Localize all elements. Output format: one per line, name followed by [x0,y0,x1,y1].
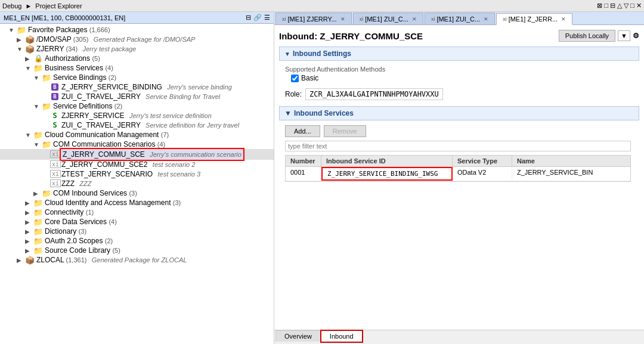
cell-service-type: OData V2 [453,167,512,181]
right-panel: xi [ME1] ZJERRY...✕xi [ME1] ZUI_C...✕xi … [274,12,644,344]
tree-item-zjerry-service[interactable]: SZJERRY_SERVICE Jerry's test service def… [0,111,274,120]
tree-sublabel: Service definition for Jerry travel [145,122,239,129]
workspace-label: ME1_EN [ME1, 100, CB0000000131, EN] [4,14,125,21]
tab-tab4[interactable]: xi [ME1] Z_JERR...✕ [496,13,572,25]
tab-label-tab2: [ME1] ZUI_C... [365,16,408,23]
tree-item-zjerry[interactable]: ▼📦ZJERRY (34) Jerry test package [0,44,274,54]
project-explorer-label[interactable]: Project Explorer [35,2,82,10]
tree-item-service-bindings[interactable]: ▼📁Service Bindings (2) [0,73,274,82]
cell-number: 0001 [286,167,321,181]
tree-item-com-inbound-services[interactable]: ▶📁COM Inbound Services (3) [0,188,274,198]
link-icon[interactable]: 🔗 [253,14,262,21]
tree-item-service-definitions[interactable]: ▼📁Service Definitions (2) [0,101,274,111]
tree-icon: S [50,121,60,129]
tree-label-wrapper: OAuth 2.0 Scopes (2) [45,237,113,245]
tab-tab3[interactable]: xi [ME1] ZUI_C...✕ [425,13,495,24]
tree-count: (1,666) [89,26,110,33]
tree-item-favorite-packages[interactable]: ▼📁Favorite Packages (1,666) [0,25,274,35]
dropdown-icon[interactable]: ▼ [618,30,630,41]
tree-item-z-jerry-service-binding[interactable]: BZ_JERRY_SERVICE_BINDING Jerry's service… [0,82,274,92]
tree-label-wrapper: Service Definitions (2) [53,102,122,110]
tree-item-ztest-jerry-scenario[interactable]: xiZTEST_JERRY_SCENARIO test scenario 3 [0,169,274,179]
tree-item-zui-c-travel-jerry[interactable]: BZUI_C_TRAVEL_JERRY Service Binding for … [0,92,274,101]
tab-close-tab2[interactable]: ✕ [412,16,417,22]
tree-item-source-code-library[interactable]: ▶📁Source Code Library (5) [0,246,274,255]
top-bar: Debug ► Project Explorer ⊠ □ ⊟ △ ▽ □ ✕ [0,0,644,12]
tree-item-com-comm-scenarios[interactable]: ▼📁COM Communication Scenarios (4) [0,140,274,149]
arrow-icon: ▼ [17,46,25,52]
tree-count: (5) [92,55,100,62]
tree-icon: 🔒 [33,54,43,63]
basic-label: Basic [301,74,318,82]
filter-input[interactable] [285,141,631,151]
tree-count: (3) [173,199,181,206]
tree-item-business-services[interactable]: ▼📁Business Services (4) [0,63,274,73]
tab-label-tab4: [ME1] Z_JERR... [509,16,558,23]
inbound-tab[interactable]: Inbound [321,330,363,342]
menu-icon[interactable]: ☰ [264,14,270,21]
tab-close-tab4[interactable]: ✕ [561,16,566,22]
tree-label: Core Data Services [45,218,107,226]
tree-item-dictionary[interactable]: ▶📁Dictionary (3) [0,227,274,236]
tree-sublabel: Jerry test package [83,45,137,52]
inbound-services-arrow-icon[interactable]: ▼ [284,109,292,117]
settings-icon[interactable]: ⚙ [633,32,639,40]
table-header: Number Inbound Service ID Service Type N… [286,156,630,167]
tree-icon: 📁 [42,102,51,110]
inbound-services-label: Inbound Services [294,109,354,117]
tree-label-wrapper: Authorizations (5) [45,54,100,63]
tree-item-core-data-services[interactable]: ▶📁Core Data Services (4) [0,217,274,227]
tree-item-z-jerry-commu-sce[interactable]: xiZ_JERRY_COMMU_SCE Jerry's communicatio… [0,149,274,160]
basic-checkbox[interactable] [291,75,299,82]
section-arrow-icon[interactable]: ▼ [284,51,290,57]
table-row[interactable]: 0001 Z_JERRY_SERVICE_BINDING_IWSG OData … [286,167,630,181]
tab-tab1[interactable]: xi [ME1] ZJERRY...✕ [275,13,352,24]
tree-item-connectivity[interactable]: ▶📁Connectivity (1) [0,207,274,217]
remove-button[interactable]: Remove [324,125,366,137]
tree-container: ▼📁Favorite Packages (1,666)▶📦/DMO/SAP (3… [0,24,274,344]
inbound-services-table: Number Inbound Service ID Service Type N… [285,155,631,182]
publish-locally-button[interactable]: Publish Locally [559,30,615,42]
tab-label-tab3: [ME1] ZUI_C... [436,16,480,23]
tab-tab2[interactable]: xi [ME1] ZUI_C...✕ [353,13,423,24]
collapse-icon[interactable]: ⊟ [246,14,251,21]
role-row: Role: ZCR_AL3XA4LGAIPNTNNHPMOYAHVXXU [279,88,639,100]
left-panel: ME1_EN [ME1, 100, CB0000000131, EN] ⊟ 🔗 … [0,12,274,344]
tree-item-zui-c-travel-jerry2[interactable]: SZUI_C_TRAVEL_JERRY Service definition f… [0,120,274,130]
tree-label: Dictionary [45,227,76,235]
add-button[interactable]: Add... [285,125,320,137]
tree-count: (1) [86,209,94,216]
tree-label: Authorizations [45,54,90,63]
tree-label: Business Services [45,64,103,72]
tree-count: (3) [79,228,86,235]
overview-tab[interactable]: Overview [275,330,321,342]
tree-icon: 📁 [42,140,51,148]
tree-label-wrapper: Source Code Library (5) [45,246,120,255]
tree-item-oauth-scopes[interactable]: ▶📁OAuth 2.0 Scopes (2) [0,236,274,246]
debug-label[interactable]: Debug [2,2,21,10]
tree-icon: 📁 [17,26,26,34]
tree-label: ZLOCAL [36,256,64,264]
tree-label: Source Code Library [45,246,110,255]
tree-item-authorizations[interactable]: ▶🔒Authorizations (5) [0,54,274,63]
tree-count: (2) [105,237,113,244]
tree-sublabel: Generated Package for ZLOCAL [92,256,187,264]
tree-item-cloud-identity[interactable]: ▶📁Cloud Identity and Access Management (… [0,198,274,207]
tree-label: Z_JERRY_COMMU_SCE2 [61,160,147,169]
tree-item-z-jerry-commu-sce2[interactable]: xiZ_JERRY_COMMU_SCE2 test scenario 2 [0,160,274,169]
tree-icon: 📁 [33,131,43,139]
tree-item-cloud-comm-mgmt[interactable]: ▼📁Cloud Communication Management (7) [0,130,274,140]
tree-sublabel: Service Binding for Travel [145,93,220,100]
panel-icons: ⊟ 🔗 ☰ [246,14,270,21]
tab-close-tab1[interactable]: ✕ [340,16,345,22]
tree-item-zzz[interactable]: xiZZZ ZZZ [0,179,274,188]
tree-count: (7) [161,131,169,138]
tab-close-tab3[interactable]: ✕ [484,16,488,22]
tree-sublabel: ZZZ [79,180,91,187]
tree-item-zlocal[interactable]: ▶📦ZLOCAL (1,361) Generated Package for Z… [0,255,274,265]
tree-label: ZUI_C_TRAVEL_JERRY [61,92,141,101]
col-header-service-type: Service Type [453,156,512,166]
right-content: Inbound: Z_JERRY_COMMU_SCE Publish Local… [274,25,644,330]
inbound-settings-section-header: ▼ Inbound Settings [279,47,639,61]
tree-item-dmo-sap[interactable]: ▶📦/DMO/SAP (305) Generated Package for /… [0,35,274,44]
